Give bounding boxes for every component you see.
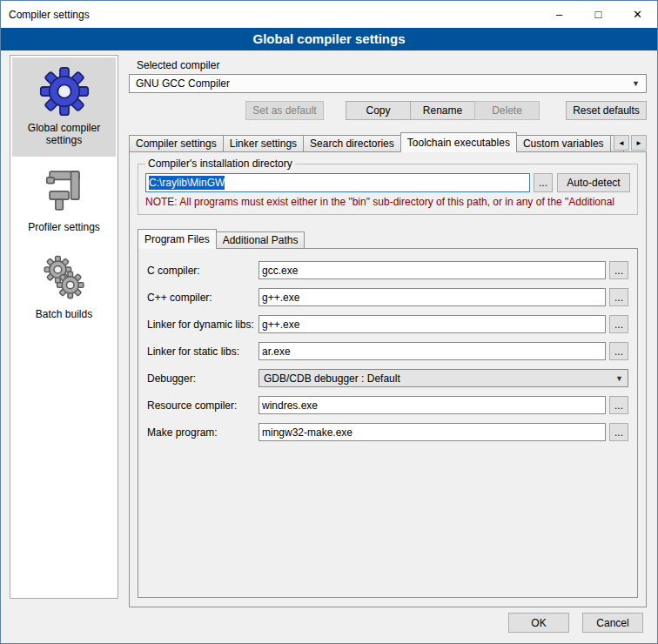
sidebar-item-label: Batch builds bbox=[36, 308, 92, 320]
sidebar-item-label: Global compiler settings bbox=[14, 122, 114, 146]
program-files-tabstrip: Program Files Additional Paths bbox=[138, 229, 638, 249]
reset-defaults-button[interactable]: Reset defaults bbox=[566, 101, 647, 120]
program-files-page: C compiler: gcc.exe ... C++ compiler: g+… bbox=[138, 248, 638, 598]
tab-scroll-buttons: ◄ ► bbox=[614, 135, 647, 151]
installation-directory-group: Compiler's installation directory C:\ray… bbox=[138, 158, 638, 215]
tab-toolchain-executables[interactable]: Toolchain executables bbox=[400, 132, 517, 152]
sidebar-item-global-compiler-settings[interactable]: Global compiler settings bbox=[12, 57, 116, 157]
ok-button[interactable]: OK bbox=[508, 613, 569, 633]
sidebar-item-profiler-settings[interactable]: Profiler settings bbox=[12, 157, 116, 244]
c-compiler-input[interactable]: gcc.exe bbox=[258, 261, 606, 279]
main-panel: Selected compiler GNU GCC Compiler ▼ Set… bbox=[129, 55, 647, 607]
dialog-footer: OK Cancel bbox=[1, 607, 657, 643]
field-label: C compiler: bbox=[147, 265, 258, 277]
chevron-down-icon: ▼ bbox=[627, 79, 640, 88]
close-button[interactable]: ✕ bbox=[618, 1, 657, 28]
cpp-compiler-value: g++.exe bbox=[262, 292, 299, 304]
field-row: Debugger: GDB/CDB debugger : Default ▼ bbox=[147, 369, 628, 387]
linker-dynamic-input[interactable]: g++.exe bbox=[258, 315, 606, 333]
page-title: Global compiler settings bbox=[1, 28, 657, 50]
resource-compiler-browse-button[interactable]: ... bbox=[609, 396, 628, 414]
field-label: Linker for dynamic libs: bbox=[147, 319, 258, 331]
linker-static-value: ar.exe bbox=[262, 345, 291, 358]
selected-compiler-label: Selected compiler bbox=[137, 59, 647, 71]
chevron-down-icon: ▼ bbox=[610, 374, 623, 383]
tab-compiler-settings[interactable]: Compiler settings bbox=[129, 135, 224, 152]
field-row: Make program: mingw32-make.exe ... bbox=[147, 423, 628, 441]
resource-compiler-value: windres.exe bbox=[262, 399, 318, 412]
tab-custom-variables[interactable]: Custom variables bbox=[516, 135, 611, 152]
cpp-compiler-input[interactable]: g++.exe bbox=[258, 288, 606, 306]
field-row: C compiler: gcc.exe ... bbox=[147, 261, 628, 279]
minimize-button[interactable]: – bbox=[540, 1, 579, 28]
make-program-value: mingw32-make.exe bbox=[262, 426, 352, 439]
cpp-compiler-browse-button[interactable]: ... bbox=[609, 288, 628, 306]
settings-sidebar: Global compiler settings Profiler se bbox=[10, 55, 118, 599]
auto-detect-button[interactable]: Auto-detect bbox=[557, 173, 630, 192]
install-dir-browse-button[interactable]: ... bbox=[534, 173, 553, 192]
field-row: C++ compiler: g++.exe ... bbox=[147, 288, 628, 306]
stacked-gears-icon bbox=[41, 252, 88, 303]
linker-dynamic-value: g++.exe bbox=[262, 319, 299, 331]
installation-directory-row: C:\raylib\MinGW ... Auto-detect bbox=[145, 173, 630, 192]
profiler-tool-icon bbox=[41, 165, 88, 216]
titlebar: Compiler settings – □ ✕ bbox=[1, 1, 657, 28]
install-dir-input[interactable]: C:\raylib\MinGW bbox=[145, 173, 530, 192]
linker-static-browse-button[interactable]: ... bbox=[609, 342, 628, 360]
window-title: Compiler settings bbox=[1, 9, 90, 21]
field-label: Resource compiler: bbox=[147, 399, 258, 412]
copy-button[interactable]: Copy bbox=[346, 101, 411, 120]
rename-button[interactable]: Rename bbox=[410, 101, 475, 120]
compiler-buttons: Set as default Copy Rename Delete Reset … bbox=[129, 101, 647, 120]
install-dir-value: C:\raylib\MinGW bbox=[149, 176, 225, 190]
installation-directory-group-title: Compiler's installation directory bbox=[145, 158, 295, 170]
tab-scroll-right-button[interactable]: ► bbox=[631, 135, 647, 151]
tab-linker-settings[interactable]: Linker settings bbox=[223, 135, 304, 152]
field-label: Debugger: bbox=[147, 372, 258, 385]
c-compiler-value: gcc.exe bbox=[262, 265, 298, 277]
field-label: Make program: bbox=[147, 426, 258, 439]
set-as-default-button[interactable]: Set as default bbox=[245, 101, 324, 120]
tab-additional-paths[interactable]: Additional Paths bbox=[216, 231, 306, 249]
sidebar-item-label: Profiler settings bbox=[28, 221, 100, 233]
maximize-button[interactable]: □ bbox=[579, 1, 618, 28]
field-label: Linker for static libs: bbox=[147, 345, 258, 358]
toolchain-executables-page: Compiler's installation directory C:\ray… bbox=[129, 151, 647, 607]
compiler-settings-window: Compiler settings – □ ✕ Global compiler … bbox=[0, 0, 658, 644]
field-row: Linker for static libs: ar.exe ... bbox=[147, 342, 628, 360]
delete-button[interactable]: Delete bbox=[474, 101, 540, 120]
c-compiler-browse-button[interactable]: ... bbox=[609, 261, 628, 279]
note-text: NOTE: All programs must exist either in … bbox=[145, 196, 630, 208]
gear-icon bbox=[39, 66, 90, 117]
debugger-select[interactable]: GDB/CDB debugger : Default ▼ bbox=[258, 369, 628, 387]
tab-search-directories[interactable]: Search directories bbox=[303, 135, 401, 152]
debugger-select-value: GDB/CDB debugger : Default bbox=[264, 372, 400, 385]
make-program-browse-button[interactable]: ... bbox=[609, 423, 628, 441]
field-label: C++ compiler: bbox=[147, 292, 258, 304]
tab-program-files[interactable]: Program Files bbox=[138, 229, 217, 249]
cancel-button[interactable]: Cancel bbox=[582, 613, 643, 633]
settings-tabstrip: Compiler settings Linker settings Search… bbox=[129, 132, 647, 152]
dialog-body: Global compiler settings Profiler se bbox=[1, 50, 657, 607]
resource-compiler-input[interactable]: windres.exe bbox=[258, 396, 606, 414]
linker-static-input[interactable]: ar.exe bbox=[258, 342, 606, 360]
linker-dynamic-browse-button[interactable]: ... bbox=[609, 315, 628, 333]
field-row: Resource compiler: windres.exe ... bbox=[147, 396, 628, 414]
window-controls: – □ ✕ bbox=[540, 1, 657, 28]
compiler-select[interactable]: GNU GCC Compiler ▼ bbox=[129, 74, 647, 93]
compiler-select-value: GNU GCC Compiler bbox=[136, 77, 230, 90]
field-row: Linker for dynamic libs: g++.exe ... bbox=[147, 315, 628, 333]
tab-scroll-left-button[interactable]: ◄ bbox=[614, 135, 629, 151]
sidebar-item-batch-builds[interactable]: Batch builds bbox=[12, 244, 116, 331]
make-program-input[interactable]: mingw32-make.exe bbox=[258, 423, 606, 441]
